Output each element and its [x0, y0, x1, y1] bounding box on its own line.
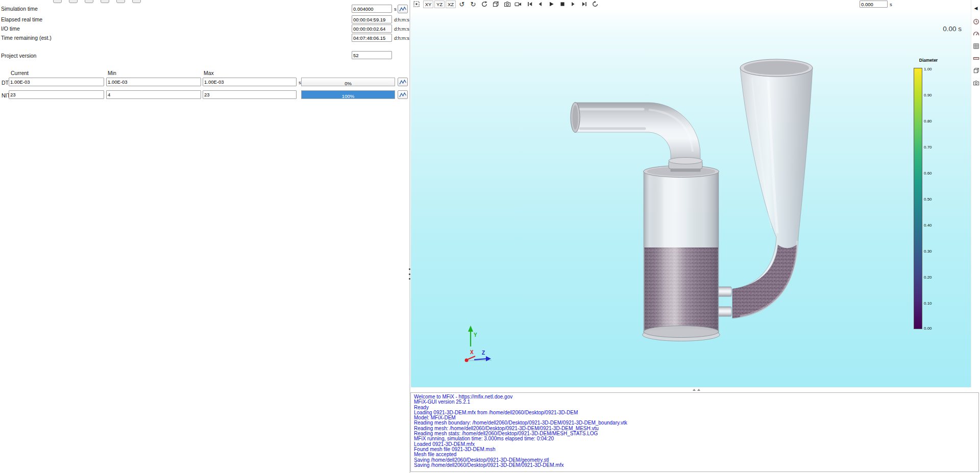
reset-view-button[interactable]	[412, 0, 421, 8]
sparkline-icon	[399, 79, 407, 85]
console-output[interactable]: Welcome to MFiX - https://mfix.netl.doe.…	[410, 392, 979, 472]
project-version-input[interactable]	[352, 51, 392, 59]
colorbar-tick: 0.90	[924, 93, 932, 97]
io-time-unit: d:h:m:s	[394, 26, 409, 32]
chevron-left-icon: ◀	[974, 6, 978, 11]
clock-icon	[973, 18, 979, 25]
view-yz-button[interactable]: YZ	[434, 1, 445, 8]
colorbar-tick: 0.60	[924, 171, 932, 176]
colorbar-tick: 1.00	[924, 67, 932, 71]
previous-frame-button[interactable]	[535, 0, 545, 8]
colorbar-gradient	[914, 68, 922, 329]
column-header-max: Max	[204, 70, 214, 76]
camera-icon	[973, 80, 979, 86]
io-time-label: I/O time	[1, 26, 20, 32]
nit-current-input[interactable]	[9, 90, 104, 99]
column-header-current: Current	[11, 70, 29, 76]
column-header-min: Min	[108, 70, 116, 76]
toolbar-icon-partial	[53, 0, 62, 3]
grid-button[interactable]	[972, 42, 980, 50]
frame-time-unit: s	[890, 2, 892, 7]
simulation-time-plot-button[interactable]	[398, 5, 408, 13]
frame-time-input[interactable]	[860, 1, 888, 8]
last-frame-button[interactable]	[580, 0, 589, 8]
nit-progress-text: 100%	[342, 93, 354, 99]
dt-min-input[interactable]	[106, 78, 201, 86]
main-toolbar-clipped	[51, 0, 153, 4]
toolbar-icon-partial	[101, 0, 109, 3]
dt-progress-text: 0%	[345, 81, 352, 86]
stop-button[interactable]	[558, 0, 567, 8]
toolbar-icon-partial	[85, 0, 93, 3]
toolbar-icon-partial	[116, 0, 125, 3]
next-frame-button[interactable]	[569, 0, 578, 8]
simulation-time-unit: s	[394, 6, 397, 12]
clock-button[interactable]	[972, 17, 980, 26]
colorbar-tick: 0.10	[924, 301, 932, 306]
dt-current-input[interactable]	[9, 78, 104, 86]
sparkline-icon	[399, 6, 407, 12]
dt-progressbar: 0%	[301, 78, 395, 86]
cube-icon	[492, 1, 499, 8]
first-frame-button[interactable]	[525, 0, 534, 8]
elbow-pipe	[571, 103, 702, 172]
grid-icon	[973, 43, 979, 49]
sparkline-icon	[399, 92, 407, 98]
camera-icon	[504, 1, 511, 8]
view-xz-button[interactable]: XZ	[446, 1, 456, 8]
rotate-right-button[interactable]: ↻	[469, 0, 478, 8]
play-icon	[548, 1, 555, 8]
io-time-input[interactable]	[352, 24, 392, 33]
console-splitter-handle[interactable]	[692, 388, 700, 392]
perspective-button[interactable]	[491, 0, 500, 8]
screenshot-button[interactable]	[503, 0, 512, 8]
skip-first-icon	[526, 1, 533, 8]
stop-icon	[559, 1, 566, 8]
view-xy-button[interactable]: XY	[423, 1, 433, 8]
box-button[interactable]	[972, 66, 980, 74]
colorbar-tick: 0.50	[924, 197, 932, 202]
console-line: MFiX running, simulation time: 3.000ms e…	[414, 436, 978, 441]
play-button[interactable]	[547, 0, 556, 8]
console-line: Loading 0921-3D-DEM.mfx from /home/dell2…	[414, 410, 978, 415]
selection-box-icon	[413, 1, 420, 8]
dt-unit: s	[299, 80, 301, 85]
colorbar-tick: 0.00	[924, 326, 932, 331]
axis-x-label: X	[470, 350, 474, 355]
console-line: Loaded 0921-3D-DEM.mfx	[414, 442, 978, 447]
nit-progressbar: 100%	[301, 90, 395, 99]
repeat-button[interactable]	[591, 0, 600, 8]
speed-button[interactable]	[972, 30, 980, 38]
nit-max-input[interactable]	[203, 90, 297, 99]
snapshot-button[interactable]	[972, 79, 980, 87]
axis-y-label: Y	[474, 332, 477, 338]
vtk-viewport[interactable]: Y X Z 0.00 s Diameter 1.00 0.90 0.80 0.7…	[411, 9, 971, 387]
toolbar-icon-partial	[69, 0, 78, 3]
nit-min-input[interactable]	[106, 90, 201, 99]
simulation-time-label: Simulation time	[1, 6, 38, 12]
ruler-button[interactable]	[972, 54, 980, 62]
console-line: MFiX-GUI version 25.2.1	[414, 400, 978, 405]
colorbar-tick: 0.40	[924, 223, 932, 228]
collapse-panel-button[interactable]: ◀	[972, 4, 980, 12]
record-video-button[interactable]	[513, 0, 523, 8]
reset-camera-button[interactable]	[480, 0, 489, 8]
cylinder-bed	[643, 166, 720, 341]
rotate-left-button[interactable]: ↺	[457, 0, 467, 8]
colorbar-title: Diameter	[910, 58, 947, 63]
console-line: Saving /home/dell2060/Desktop/0921-3D-DE…	[414, 463, 978, 468]
box-icon	[973, 67, 979, 74]
3d-scene: Y X Z	[411, 9, 971, 387]
dt-plot-button[interactable]	[398, 78, 408, 86]
dt-row-label: DT	[2, 80, 9, 86]
mfix-main-window: Simulation time s Elapsed real time d:h:…	[0, 0, 980, 473]
time-remaining-label: Time remaining (est.)	[1, 35, 52, 41]
time-remaining-input[interactable]	[352, 34, 392, 42]
console-line: Found mesh file 0921-3D-DEM.msh	[414, 447, 978, 452]
right-sidebar-strip: ◀	[971, 0, 980, 387]
dt-max-input[interactable]	[203, 78, 297, 86]
elapsed-real-time-unit: d:h:m:s	[394, 17, 409, 22]
nit-plot-button[interactable]	[398, 90, 408, 99]
simulation-time-input[interactable]	[352, 5, 392, 13]
elapsed-real-time-input[interactable]	[352, 15, 392, 23]
